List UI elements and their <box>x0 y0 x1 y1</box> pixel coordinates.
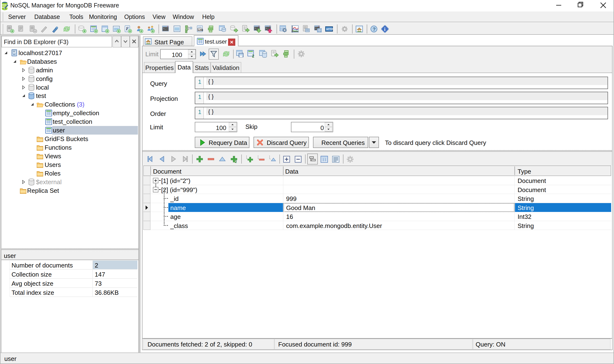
svg-text:2: 2 <box>252 54 254 58</box>
svg-text:>_: >_ <box>163 27 166 30</box>
svg-text:2: 2 <box>235 159 237 163</box>
svg-text:Linq: Linq <box>198 28 203 31</box>
svg-text:HTTP: HTTP <box>326 28 333 31</box>
svg-text:i: i <box>384 26 386 32</box>
svg-text:>_: >_ <box>266 27 268 30</box>
svg-text:>_: >_ <box>255 27 257 30</box>
svg-text:?: ? <box>373 26 376 32</box>
